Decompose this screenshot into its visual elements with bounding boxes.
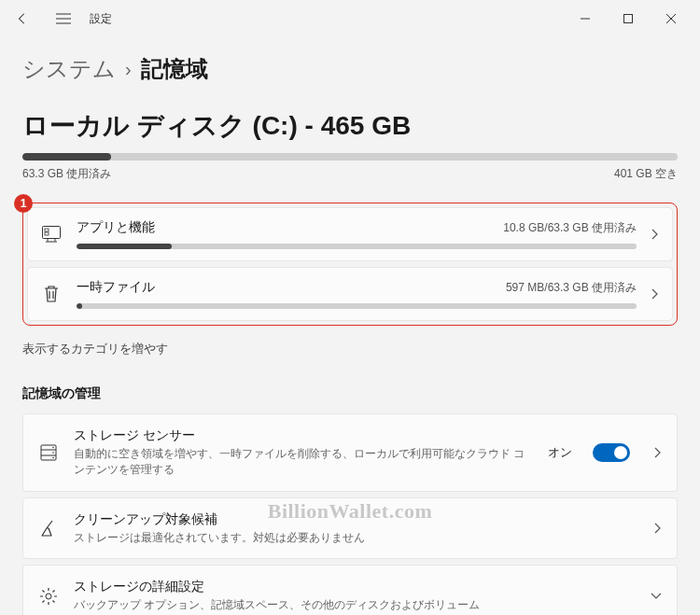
svg-point-8 [46, 594, 51, 599]
chevron-right-icon [654, 523, 662, 534]
storage-sense-title: ストレージ センサー [74, 427, 533, 444]
svg-rect-0 [624, 15, 633, 23]
category-apps-stat: 10.8 GB/63.3 GB 使用済み [503, 220, 637, 236]
storage-sense-sub: 自動的に空き領域を増やす、一時ファイルを削除する、ローカルで利用可能なクラウド … [74, 446, 533, 478]
disk-usage-bar [22, 153, 678, 161]
chevron-right-icon [651, 229, 659, 240]
menu-button[interactable] [49, 4, 78, 34]
svg-point-5 [52, 446, 54, 448]
category-temp-stat: 597 MB/63.3 GB 使用済み [506, 280, 637, 296]
category-apps-bar [77, 244, 637, 249]
breadcrumb-parent[interactable]: システム [22, 54, 116, 84]
chevron-down-icon [651, 593, 662, 600]
advanced-sub: バックアップ オプション、記憶域スペース、その他のディスクおよびボリューム [74, 597, 636, 613]
breadcrumb-separator: › [125, 59, 132, 80]
breadcrumb-current: 記憶域 [141, 54, 208, 84]
trash-icon [41, 284, 62, 304]
disk-used-label: 63.3 GB 使用済み [22, 166, 111, 182]
minimize-button[interactable] [564, 4, 607, 34]
svg-rect-2 [45, 229, 49, 231]
cleanup-sub: ストレージは最適化されています。対処は必要ありません [74, 530, 639, 546]
window-title: 設定 [90, 11, 112, 27]
storage-sense-toggle[interactable] [593, 443, 630, 462]
svg-point-6 [52, 452, 54, 454]
advanced-title: ストレージの詳細設定 [74, 579, 636, 595]
category-temp-title: 一時ファイル [77, 279, 155, 296]
breadcrumb: システム › 記憶域 [22, 54, 678, 84]
gear-icon [38, 586, 59, 607]
maximize-button[interactable] [607, 4, 650, 34]
back-button[interactable] [7, 4, 37, 34]
broom-icon [38, 518, 59, 538]
disk-title: ローカル ディスク (C:) - 465 GB [22, 108, 678, 144]
toggle-label: オン [548, 444, 572, 461]
svg-point-7 [52, 456, 54, 458]
disk-usage-fill [22, 153, 111, 161]
storage-sense-icon [38, 442, 59, 463]
category-temp[interactable]: 一時ファイル 597 MB/63.3 GB 使用済み [27, 267, 673, 321]
disk-free-label: 401 GB 空き [614, 166, 678, 182]
advanced-storage-card[interactable]: ストレージの詳細設定 バックアップ オプション、記憶域スペース、その他のディスク… [22, 565, 678, 615]
category-temp-bar [77, 303, 637, 309]
titlebar: 設定 [0, 0, 700, 37]
cleanup-title: クリーンアップ対象候補 [74, 511, 639, 528]
annotation-badge: 1 [14, 194, 33, 213]
close-button[interactable] [650, 4, 693, 34]
chevron-right-icon [651, 288, 659, 300]
category-apps-title: アプリと機能 [77, 219, 155, 236]
show-more-categories-link[interactable]: 表示するカテゴリを増やす [22, 341, 678, 357]
storage-sense-card[interactable]: ストレージ センサー 自動的に空き領域を増やす、一時ファイルを削除する、ローカル… [22, 413, 678, 492]
apps-icon [41, 224, 62, 245]
storage-mgmt-header: 記憶域の管理 [22, 385, 678, 402]
cleanup-card[interactable]: クリーンアップ対象候補 ストレージは最適化されています。対処は必要ありません [22, 497, 678, 560]
category-apps[interactable]: アプリと機能 10.8 GB/63.3 GB 使用済み [27, 207, 673, 261]
svg-rect-3 [45, 232, 49, 235]
chevron-right-icon [654, 447, 662, 458]
annotation-highlight: 1 アプリと機能 10.8 GB/63.3 GB 使用済み 一時ファイル [22, 203, 678, 326]
